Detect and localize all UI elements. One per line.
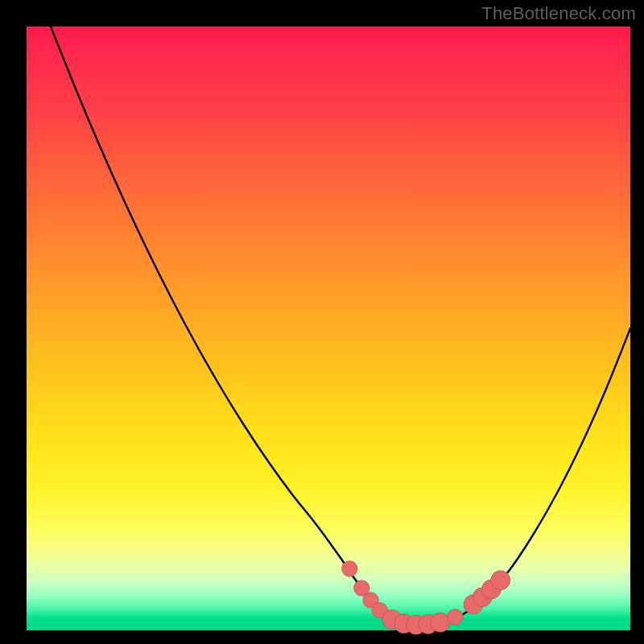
curve-markers xyxy=(342,561,510,635)
curve-marker xyxy=(448,609,464,625)
chart-svg xyxy=(27,27,630,630)
curve-marker xyxy=(491,571,510,590)
curve-marker xyxy=(431,613,450,632)
curve-marker xyxy=(342,561,358,577)
plot-area xyxy=(27,27,630,630)
chart-frame: TheBottleneck.com xyxy=(0,0,644,644)
watermark-text: TheBottleneck.com xyxy=(481,3,636,24)
bottleneck-curve xyxy=(27,0,630,625)
